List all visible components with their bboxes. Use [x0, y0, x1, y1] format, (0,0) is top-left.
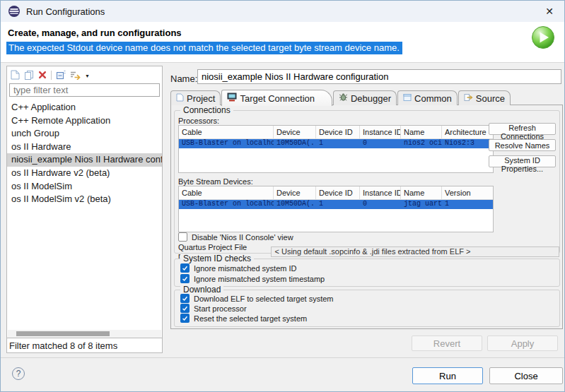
download-group-label: Download: [180, 285, 223, 295]
start-processor-checkbox[interactable]: [180, 304, 190, 313]
column-header[interactable]: Device ID: [316, 126, 360, 138]
start-processor-row: Start processor: [180, 304, 247, 313]
system-id-checks-group: System ID checks Ignore mismatched syste…: [174, 259, 560, 287]
column-header[interactable]: Architecture: [442, 126, 493, 138]
filter-launch-configurations-icon[interactable]: [70, 71, 81, 80]
toolbar-menu-chevron-icon[interactable]: ▼: [85, 72, 90, 78]
common-icon: [403, 93, 412, 104]
run-launch-icon: [531, 25, 555, 52]
ignore-system-id-checkbox[interactable]: [180, 263, 190, 273]
ignore-system-id-row: Ignore mismatched system ID: [180, 263, 297, 273]
column-header[interactable]: Name: [401, 186, 442, 199]
filter-status-text: Filter matched 8 of 8 items: [7, 338, 162, 352]
column-header[interactable]: Instance ID: [360, 186, 401, 199]
horizontal-scrollbar[interactable]: [8, 330, 161, 338]
reset-target-checkbox[interactable]: [180, 314, 190, 323]
column-header[interactable]: Name: [401, 126, 442, 138]
bottom-divider: [1, 357, 564, 358]
filter-input[interactable]: [9, 83, 160, 97]
byte-stream-devices-label: Byte Stream Devices:: [178, 177, 253, 186]
run-configurations-dialog: Run Configurations ✕ Create, manage, and…: [0, 0, 565, 392]
column-header[interactable]: Instance ID: [360, 126, 401, 138]
collapse-all-icon[interactable]: [56, 70, 66, 80]
resolve-names-button[interactable]: Resolve Names: [489, 139, 556, 151]
name-input[interactable]: [197, 69, 561, 84]
target-connection-icon: [227, 93, 237, 104]
delete-configuration-icon[interactable]: [38, 71, 47, 79]
help-icon[interactable]: ?: [12, 367, 25, 380]
column-header[interactable]: Cable: [179, 126, 274, 138]
reset-target-row: Reset the selected target system: [180, 314, 307, 323]
ignore-timestamp-row: Ignore mismatched system timestamp: [180, 274, 325, 283]
byte-stream-devices-table: Cable Device Device ID Instance ID Name …: [178, 186, 494, 232]
quartus-project-field[interactable]: [271, 247, 559, 257]
ignore-system-id-label: Ignore mismatched system ID: [194, 264, 297, 273]
disable-console-label: Disable 'Nios II Console' view: [192, 233, 293, 242]
tab-bar: Project Target Connection Debugger Commo…: [170, 89, 511, 105]
project-icon: [176, 93, 184, 104]
refresh-connections-button[interactable]: Refresh Connections: [489, 123, 556, 135]
tab-project[interactable]: Project: [170, 90, 221, 105]
processor-row-selected[interactable]: USB-Blaster on localhost [U... 10M50DA(.…: [179, 139, 493, 148]
run-button[interactable]: Run: [412, 367, 483, 384]
ignore-timestamp-label: Ignore mismatched system timestamp: [194, 275, 325, 283]
connection-buttons: Refresh Connections Resolve Names System…: [489, 123, 556, 167]
error-message: The expected Stdout device name does not…: [6, 42, 402, 54]
sidebar-toolbar: ▼: [7, 66, 162, 82]
duplicate-configuration-icon[interactable]: [24, 70, 34, 80]
download-elf-checkbox[interactable]: [180, 294, 190, 303]
debugger-icon: [339, 93, 348, 104]
tab-debugger[interactable]: Debugger: [333, 90, 397, 105]
configurations-sidebar: ▼ C++ Application C++ Remote Application…: [6, 66, 163, 353]
tree-item[interactable]: os II ModelSim: [7, 180, 162, 194]
connections-group: Connections Processors: Cable Device Dev…: [174, 110, 560, 254]
column-header[interactable]: Version: [442, 186, 493, 199]
column-header[interactable]: Device ID: [316, 186, 360, 199]
tree-item[interactable]: os II ModelSim v2 (beta): [7, 193, 162, 206]
column-header[interactable]: Device: [274, 126, 316, 138]
tree-item[interactable]: C++ Application: [7, 101, 162, 114]
reset-target-label: Reset the selected target system: [194, 314, 307, 323]
disable-console-checkbox[interactable]: [178, 232, 187, 242]
new-configuration-icon[interactable]: [11, 70, 20, 80]
tree-item[interactable]: os II Hardware: [7, 141, 162, 154]
revert-button[interactable]: Revert: [412, 335, 482, 351]
configuration-tree: C++ Application C++ Remote Application u…: [7, 98, 162, 330]
system-id-checks-label: System ID checks: [180, 254, 254, 263]
tab-common[interactable]: Common: [397, 90, 458, 105]
byte-stream-row-selected[interactable]: USB-Blaster on localhost [U... 10M50DA(.…: [179, 200, 493, 209]
toolbar-divider: [51, 71, 52, 80]
title-bar: Run Configurations ✕: [1, 1, 564, 22]
download-elf-row: Download ELF to selected target system: [180, 294, 333, 303]
processors-table-header: Cable Device Device ID Instance ID Name …: [179, 126, 493, 139]
tab-target-connection[interactable]: Target Connection: [221, 90, 332, 106]
column-header[interactable]: Cable: [179, 186, 274, 199]
tree-item-selected[interactable]: niosii_example Nios II Hardware configu: [7, 153, 162, 167]
scrollbar-thumb[interactable]: [16, 331, 110, 336]
download-group: Download Download ELF to selected target…: [174, 290, 560, 327]
page-title: Create, manage, and run configurations: [8, 28, 182, 38]
download-elf-label: Download ELF to selected target system: [194, 295, 333, 303]
banner: Create, manage, and run configurations T…: [1, 22, 564, 63]
start-processor-label: Start processor: [194, 304, 247, 313]
source-icon: [464, 93, 473, 104]
name-label: Name:: [170, 73, 197, 84]
tree-item[interactable]: unch Group: [7, 127, 162, 141]
ignore-timestamp-checkbox[interactable]: [180, 274, 190, 283]
tree-item[interactable]: C++ Remote Application: [7, 114, 162, 128]
byte-stream-table-header: Cable Device Device ID Instance ID Name …: [179, 186, 493, 200]
processors-label: Processors:: [178, 117, 219, 125]
column-header[interactable]: Device: [274, 186, 316, 199]
tab-source[interactable]: Source: [458, 90, 511, 105]
disable-console-row: Disable 'Nios II Console' view: [178, 232, 293, 242]
close-icon[interactable]: ✕: [540, 6, 559, 17]
apply-button[interactable]: Apply: [487, 335, 558, 351]
window-title: Run Configurations: [26, 6, 105, 17]
tree-item[interactable]: os II Hardware v2 (beta): [7, 167, 162, 180]
processors-table: Cable Device Device ID Instance ID Name …: [178, 125, 494, 173]
close-button[interactable]: Close: [489, 367, 563, 384]
eclipse-logo-icon: [8, 5, 21, 18]
target-connection-panel: Connections Processors: Cable Device Dev…: [170, 105, 563, 329]
system-id-properties-button[interactable]: System ID Properties...: [489, 155, 556, 167]
connections-group-label: Connections: [180, 105, 233, 115]
